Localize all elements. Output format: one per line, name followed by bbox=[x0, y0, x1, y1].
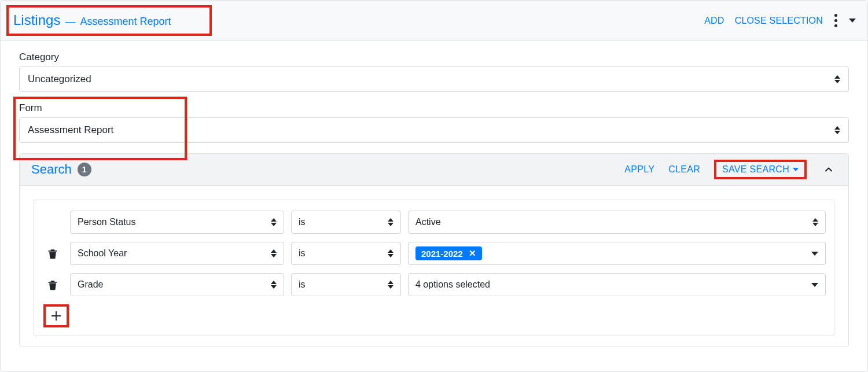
filter-row: Grade is 4 options selected bbox=[42, 273, 826, 296]
tag-remove-icon[interactable]: ✕ bbox=[469, 248, 476, 259]
search-body: Person Status is Active bbox=[20, 186, 848, 347]
select-sort-icon bbox=[271, 249, 277, 257]
form-label: Form bbox=[19, 102, 849, 114]
plus-icon bbox=[50, 310, 62, 322]
page-subtitle: Assessment Report bbox=[80, 16, 171, 28]
filter-tag-label: 2021-2022 bbox=[421, 249, 463, 259]
chevron-up-icon bbox=[823, 164, 834, 175]
filter-field-value: School Year bbox=[78, 248, 127, 259]
header-left: Listings — Assessment Report bbox=[6, 5, 212, 36]
trash-icon bbox=[47, 278, 58, 292]
header-actions: ADD CLOSE SELECTION bbox=[704, 14, 856, 27]
filter-operator-value: is bbox=[299, 217, 306, 227]
select-sort-icon bbox=[271, 218, 277, 226]
add-button[interactable]: ADD bbox=[704, 16, 724, 26]
filter-operator-value: is bbox=[299, 248, 306, 259]
filter-row: Person Status is Active bbox=[42, 211, 826, 234]
save-search-dropdown[interactable]: SAVE SEARCH bbox=[714, 160, 807, 179]
select-sort-icon bbox=[388, 218, 393, 226]
clear-button[interactable]: CLEAR bbox=[668, 164, 700, 175]
search-title: Search bbox=[31, 162, 72, 177]
page-title: Listings bbox=[13, 13, 60, 27]
filter-tag: 2021-2022 ✕ bbox=[415, 246, 482, 260]
caret-down-icon bbox=[811, 252, 818, 256]
filter-field-select[interactable]: Grade bbox=[70, 273, 284, 296]
category-label: Category bbox=[19, 51, 849, 63]
kebab-menu-icon[interactable] bbox=[833, 14, 838, 27]
category-field-group: Category Uncategorized bbox=[19, 51, 849, 92]
form-field-group: Form Assessment Report bbox=[19, 102, 849, 143]
search-panel: Search 1 APPLY CLEAR SAVE SEARCH bbox=[19, 153, 849, 347]
filter-field-select[interactable]: Person Status bbox=[70, 211, 284, 234]
select-sort-icon bbox=[834, 126, 840, 134]
add-filter-row bbox=[43, 304, 826, 327]
category-value: Uncategorized bbox=[28, 73, 91, 85]
save-search-label: SAVE SEARCH bbox=[722, 164, 789, 175]
trash-icon bbox=[47, 246, 58, 260]
add-filter-button[interactable] bbox=[43, 304, 69, 327]
form-value: Assessment Report bbox=[28, 124, 113, 136]
tag-container: 2021-2022 ✕ bbox=[415, 246, 811, 260]
search-title-group: Search 1 bbox=[31, 162, 91, 177]
filter-field-value: Person Status bbox=[78, 217, 136, 227]
close-selection-button[interactable]: CLOSE SELECTION bbox=[735, 16, 823, 26]
filter-value-text: Active bbox=[415, 217, 441, 227]
filter-field-value: Grade bbox=[78, 279, 103, 290]
collapse-search-button[interactable] bbox=[821, 161, 837, 178]
filter-value-multiselect[interactable]: 4 options selected bbox=[408, 273, 826, 296]
filter-field-select[interactable]: School Year bbox=[70, 242, 284, 265]
select-sort-icon bbox=[388, 281, 393, 289]
delete-filter-button[interactable] bbox=[47, 278, 58, 292]
search-count-badge: 1 bbox=[78, 163, 91, 176]
delete-filter-button[interactable] bbox=[47, 246, 58, 260]
select-sort-icon bbox=[812, 218, 818, 226]
header-dropdown-caret-icon[interactable] bbox=[849, 19, 856, 23]
filter-operator-select[interactable]: is bbox=[291, 242, 401, 265]
filter-row: School Year is 2021-2022 ✕ bbox=[42, 242, 826, 265]
filter-operator-select[interactable]: is bbox=[291, 273, 401, 296]
filter-operator-select[interactable]: is bbox=[291, 211, 401, 234]
select-sort-icon bbox=[834, 75, 840, 83]
page-header: Listings — Assessment Report ADD CLOSE S… bbox=[1, 1, 867, 41]
caret-down-icon bbox=[811, 283, 818, 287]
apply-button[interactable]: APPLY bbox=[624, 164, 654, 175]
page-title-group: Listings — Assessment Report bbox=[6, 5, 212, 36]
filter-operator-value: is bbox=[299, 279, 306, 290]
search-actions: APPLY CLEAR SAVE SEARCH bbox=[624, 160, 837, 179]
form-select[interactable]: Assessment Report bbox=[19, 117, 849, 143]
filter-value-multiselect[interactable]: 2021-2022 ✕ bbox=[408, 242, 826, 265]
select-sort-icon bbox=[388, 249, 393, 257]
filter-card: Person Status is Active bbox=[34, 200, 834, 336]
filter-value-text: 4 options selected bbox=[415, 279, 490, 290]
select-sort-icon bbox=[271, 281, 277, 289]
caret-down-icon bbox=[793, 168, 799, 171]
filter-value-select[interactable]: Active bbox=[408, 211, 826, 234]
search-header: Search 1 APPLY CLEAR SAVE SEARCH bbox=[20, 154, 848, 186]
title-separator: — bbox=[65, 16, 75, 28]
category-select[interactable]: Uncategorized bbox=[19, 67, 849, 92]
